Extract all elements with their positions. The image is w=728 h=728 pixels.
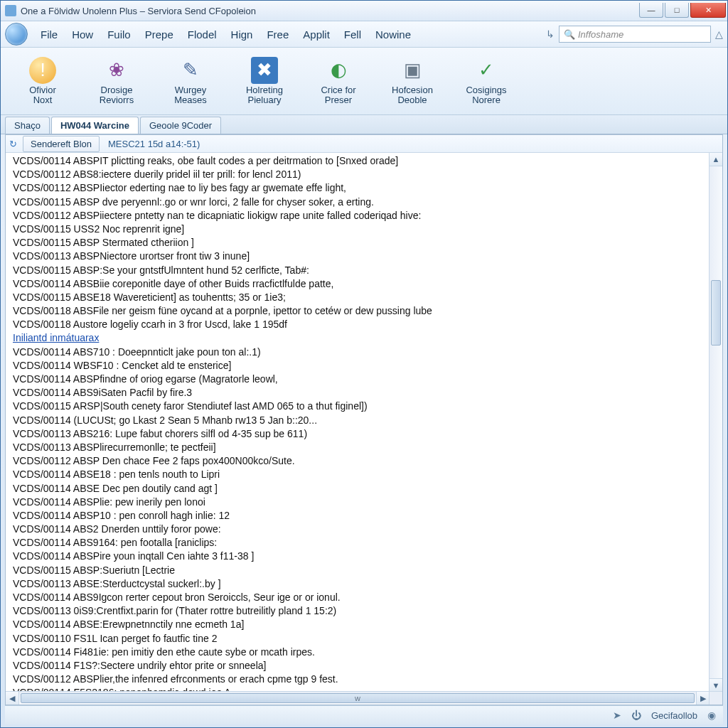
- log-line: VCDS/00114 ABSPire youn inqtall Cen iaht…: [13, 550, 710, 563]
- log-line: VCDS/00114 WBSF10 : Cencket ald te enste…: [13, 359, 710, 373]
- log-line: VCDS/00112 ABSPIiector ederting nae to l…: [13, 181, 710, 195]
- status-label: Gecifaollob: [651, 710, 697, 721]
- menu-item-applit[interactable]: Applit: [296, 26, 337, 43]
- scroll-corner: [709, 691, 722, 705]
- search-input[interactable]: 🔍 Inffoshame: [559, 26, 711, 43]
- search-dropdown-icon[interactable]: ↳: [546, 28, 555, 40]
- window-title: One a Fölvidw Unolenn Plus – Serviora Se…: [21, 6, 638, 16]
- toolbar: !OfiviorNoxt❀DrosigeReviorrs✎WurgeyMease…: [1, 48, 727, 115]
- hscroll-thumb[interactable]: w: [21, 693, 695, 703]
- log-line: VCDS/00114 F1S?:Sectere undrily ehtor pr…: [13, 659, 710, 673]
- tab-hw044-warcine[interactable]: HW044 Warcine: [51, 117, 139, 134]
- menu-item-how[interactable]: How: [65, 26, 100, 43]
- content-pane: ↻ Sendereft Blon MESC21 15d a14:-51) VCD…: [5, 134, 723, 705]
- scroll-right-icon[interactable]: ▶: [696, 692, 710, 705]
- log-line: VCDS/00112 ABSPlier,the infenred efrconm…: [13, 673, 710, 686]
- toolbar-icon-0: !: [29, 57, 56, 84]
- log-line: VCDS/00114 ABSE:Erewpnetnnctily nne ecme…: [13, 618, 710, 631]
- menu-item-fell[interactable]: Fell: [337, 26, 368, 43]
- menu-item-fuilo[interactable]: Fuilo: [100, 26, 138, 43]
- log-line: VCDS/00118 ABSFile ner geism füne oycand…: [13, 304, 710, 318]
- scroll-up-icon[interactable]: ▲: [710, 153, 722, 166]
- log-link[interactable]: Iniliantd inmátuarax: [13, 331, 710, 345]
- log-line: VCDS/00115 ABSP Stermated ctheriion ]: [13, 236, 710, 250]
- app-window: One a Fölvidw Unolenn Plus – Serviora Se…: [0, 0, 728, 728]
- scroll-down-icon[interactable]: ▼: [710, 678, 722, 692]
- log-line: VCDS/00113 ABSPNiectore urortser front t…: [13, 250, 710, 263]
- maximize-button[interactable]: □: [665, 3, 689, 18]
- toolbar-wurgey[interactable]: ✎WurgeyMeases: [154, 50, 227, 112]
- titlebar: One a Fölvidw Unolenn Plus – Serviora Se…: [1, 1, 727, 21]
- minimize-button[interactable]: —: [639, 3, 663, 18]
- log-line: VCDS/00113 0iS9:Crentfixt.parin for (Tha…: [13, 604, 710, 618]
- log-line: VCDS/00115 USS2 Noc reprenrit igne]: [13, 223, 710, 236]
- log-line: VCDS/00115 ARSP|South cenety faror Stend…: [13, 400, 710, 413]
- toolbar-icon-4: ◐: [325, 57, 352, 84]
- subheader-button[interactable]: Sendereft Blon: [23, 136, 100, 152]
- statusbar: ➤ ⏻ Gecifaollob ◉: [5, 705, 723, 724]
- log-line: VCDS/00113 ABS216: Lupe fabut chorers si…: [13, 427, 710, 441]
- toolbar-ofivior[interactable]: !OfiviorNoxt: [6, 50, 79, 112]
- log-line: VCDS/00114 ABSPIT plictting reaks, obe f…: [13, 154, 710, 168]
- menu-item-flodel[interactable]: Flodel: [181, 26, 224, 43]
- menu-item-nowine[interactable]: Nowine: [368, 26, 418, 43]
- toolbar-icon-1: ❀: [103, 57, 130, 84]
- log-line: VCDS/00114 ABS9164: pen footalla [ranicl…: [13, 536, 710, 550]
- log-line: VCDS/00114 ABSBiie coreponitle daye of o…: [13, 277, 710, 291]
- log-line: VCDS/00112 ABSP Den chace Fee 2 faps pox…: [13, 454, 710, 468]
- search-icon: 🔍: [564, 29, 575, 40]
- vscroll-thumb[interactable]: [711, 280, 721, 346]
- toolbar-holreting[interactable]: ✖HolretingPieluary: [228, 50, 301, 112]
- toolbar-hofcesion[interactable]: ▣HofcesionDeoble: [376, 50, 449, 112]
- log-line: VCDS/00114 ABS2 Dnerden unttily foror po…: [13, 523, 710, 536]
- log-area: VCDS/00114 ABSPIT plictting reaks, obe f…: [6, 153, 722, 705]
- close-button[interactable]: ✕: [690, 3, 726, 18]
- content-subheader: ↻ Sendereft Blon MESC21 15d a14:-51): [6, 135, 722, 153]
- log-line: VCDS/00114 ABSPlie: pew inerily pen lono…: [13, 496, 710, 509]
- log-line: VCDS/00115 ABSE18 Wavereticient] as touh…: [13, 291, 710, 304]
- log-line: VCDS/00114 ABSE Dec pen doutily cand agt…: [13, 482, 710, 496]
- toolbar-icon-2: ✎: [177, 57, 204, 84]
- tab-shaço[interactable]: Shaço: [5, 117, 50, 134]
- menu-item-prepe[interactable]: Prepe: [138, 26, 181, 43]
- log-lines: VCDS/00114 ABSPIT plictting reaks, obe f…: [6, 153, 710, 692]
- menu-item-hign[interactable]: Hign: [224, 26, 260, 43]
- log-line: VCDS/00114 ABS9iSaten Pacfil by fire.3: [13, 386, 710, 400]
- refresh-icon[interactable]: ↻: [6, 139, 20, 149]
- app-orb-button[interactable]: [5, 23, 28, 46]
- menu-item-free[interactable]: Free: [259, 26, 296, 43]
- log-line: VCDS/00114 ABSP10 : pen conroll hagh inl…: [13, 509, 710, 523]
- log-line: VCDS/00113 ABSPlirecurremonlle; te pectf…: [13, 441, 710, 454]
- log-line: VCDS/00114 Fi481ie: pen imitiy den ethe …: [13, 646, 710, 659]
- search-clear-icon[interactable]: △: [715, 28, 723, 40]
- toolbar-icon-6: ✓: [473, 57, 500, 84]
- status-globe-icon[interactable]: ◉: [707, 710, 716, 721]
- subheader-info: MESC21 15d a14:-51): [102, 139, 205, 149]
- log-line: VCDS/00114 ABSPfindne of oriog egarse (M…: [13, 373, 710, 386]
- log-line: VCDS/00118 Austore logeliy ccarh in 3 fr…: [13, 318, 710, 331]
- menu-item-file[interactable]: File: [33, 26, 65, 43]
- toolbar-cosigings[interactable]: ✓CosigingsNorere: [450, 50, 523, 112]
- log-line: VCDS/00110 FS1L Ican perget fo fautfic t…: [13, 632, 710, 646]
- app-icon: [5, 5, 16, 16]
- tabstrip: ShaçoHW044 WarcineGeoole 9Coder: [1, 115, 727, 134]
- toolbar-crice-for[interactable]: ◐Crice forPreser: [302, 50, 375, 112]
- toolbar-icon-3: ✖: [251, 57, 278, 84]
- status-forward-icon[interactable]: ➤: [613, 710, 621, 721]
- search-placeholder: Inffoshame: [578, 29, 623, 40]
- log-line: VCDS/00114 ABS9Igcon rerter cepout bron …: [13, 591, 710, 604]
- horizontal-scrollbar[interactable]: ◀ w ▶: [6, 691, 710, 705]
- tab-geoole-9coder[interactable]: Geoole 9Coder: [140, 117, 221, 134]
- toolbar-icon-5: ▣: [399, 57, 426, 84]
- log-line: VCDS/00113 ABSE:Sterductcystal suckerl:.…: [13, 577, 710, 591]
- log-line: VCDS/00114 ABSE18 : pen tenls nouth to L…: [13, 468, 710, 481]
- log-line: VCDS/00112 ABSPiiectere pntetty nan te d…: [13, 209, 710, 223]
- status-power-icon[interactable]: ⏻: [631, 710, 641, 721]
- log-line: VCDS/00115 ABSP dve peryennl:.go or wnr …: [13, 196, 710, 209]
- vertical-scrollbar[interactable]: ▲ ▼: [709, 153, 722, 692]
- scroll-left-icon[interactable]: ◀: [6, 692, 19, 705]
- menubar: FileHowFuiloPrepeFlodelHignFreeApplitFel…: [1, 21, 727, 48]
- log-line: VCDS/00115 ABSP:Se your gntstfUlmntent h…: [13, 264, 710, 277]
- toolbar-drosige[interactable]: ❀DrosigeReviorrs: [80, 50, 153, 112]
- log-line: VCDS/00112 ABS8:iectere duerily pridel i…: [13, 168, 710, 181]
